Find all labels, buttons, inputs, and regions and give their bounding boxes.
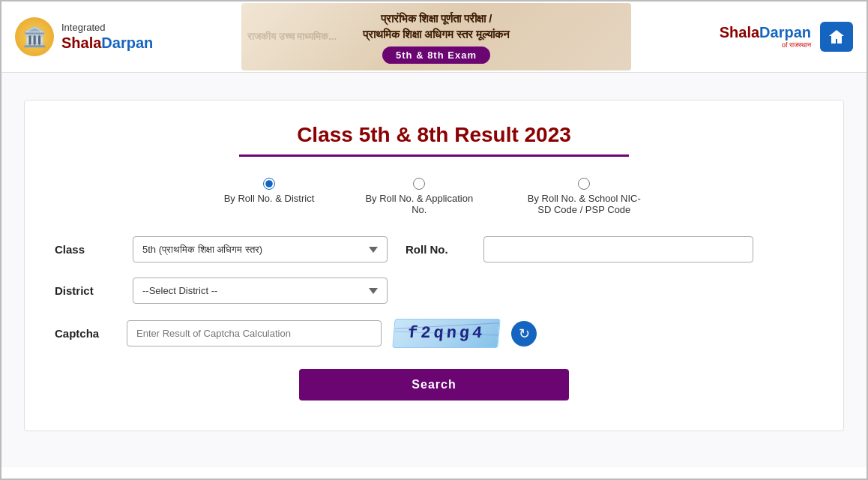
captcha-input[interactable] bbox=[127, 320, 382, 346]
page-wrapper: 🏛️ Integrated ShalaDarpan प्रारंभिक शिक्… bbox=[0, 0, 868, 480]
captcha-label: Captcha bbox=[55, 327, 115, 340]
rajasthan-badge: of राजस्थान bbox=[720, 41, 811, 50]
captcha-refresh-button[interactable]: ↻ bbox=[511, 321, 537, 346]
district-row: District --Select District -- Ajmer Alwa… bbox=[55, 278, 813, 304]
integrated-label: Integrated bbox=[61, 22, 153, 34]
captcha-text: f2qng4 bbox=[407, 324, 486, 343]
radio-option-3[interactable]: By Roll No. & School NIC-SD Code / PSP C… bbox=[524, 178, 644, 215]
class-select-wrap: 5th (प्राथमिक शिक्षा अधिगम स्तर) 8th (प्… bbox=[133, 236, 388, 262]
header-left: 🏛️ Integrated ShalaDarpan bbox=[1, 2, 166, 72]
banner-line1: प्रारंभिक शिक्षा पूर्णता परीक्षा / bbox=[363, 10, 510, 26]
search-button[interactable]: Search bbox=[299, 369, 569, 400]
captcha-input-wrap bbox=[127, 320, 382, 346]
shala-text: Shala bbox=[61, 34, 101, 51]
roll-no-label: Roll No. bbox=[406, 243, 465, 256]
radio-label-3: By Roll No. & School NIC-SD Code / PSP C… bbox=[524, 193, 644, 215]
radio-option-1[interactable]: By Roll No. & District bbox=[224, 178, 315, 204]
right-logo: ShalaDarpan of राजस्थान bbox=[720, 22, 853, 52]
radio-label-1: By Roll No. & District bbox=[224, 193, 315, 204]
right-shala: Shala bbox=[720, 24, 759, 40]
class-roll-row: Class 5th (प्राथमिक शिक्षा अधिगम स्तर) 8… bbox=[55, 236, 813, 262]
roll-no-input[interactable] bbox=[483, 236, 753, 262]
main-content: Class 5th & 8th Result 2023 By Roll No. … bbox=[24, 100, 844, 431]
banner-badge: 5th & 8th Exam bbox=[382, 46, 490, 64]
banner-content: प्रारंभिक शिक्षा पूर्णता परीक्षा / प्राथ… bbox=[363, 10, 510, 64]
radio-options: By Roll No. & District By Roll No. & App… bbox=[55, 178, 813, 215]
header-center: प्रारंभिक शिक्षा पूर्णता परीक्षा / प्राथ… bbox=[166, 2, 705, 72]
radio-option-2[interactable]: By Roll No. & Application No. bbox=[359, 178, 479, 215]
district-select[interactable]: --Select District -- Ajmer Alwar Banswar… bbox=[133, 278, 388, 304]
banner-line2: प्राथमिक शिक्षा अधिगम स्तर मूल्यांकन bbox=[363, 26, 510, 42]
right-shala-darpan: ShalaDarpan bbox=[720, 24, 811, 41]
title-underline bbox=[239, 154, 629, 157]
district-label: District bbox=[55, 284, 115, 297]
captcha-image: f2qng4 bbox=[392, 319, 501, 348]
right-darpan: Darpan bbox=[759, 24, 811, 40]
header: 🏛️ Integrated ShalaDarpan प्रारंभिक शिक्… bbox=[1, 2, 867, 73]
header-right: ShalaDarpan of राजस्थान bbox=[706, 2, 867, 72]
captcha-row: Captcha f2qng4 ↻ bbox=[55, 319, 813, 348]
radio-roll-nic[interactable] bbox=[578, 178, 590, 190]
home-icon bbox=[820, 22, 853, 52]
roll-no-wrap bbox=[483, 236, 753, 262]
right-logo-text: ShalaDarpan of राजस्थान bbox=[720, 24, 811, 50]
emblem-icon: 🏛️ bbox=[15, 17, 54, 56]
form-area: Class 5th (प्राथमिक शिक्षा अधिगम स्तर) 8… bbox=[55, 236, 813, 400]
radio-label-2: By Roll No. & Application No. bbox=[359, 193, 479, 215]
refresh-icon: ↻ bbox=[519, 326, 530, 342]
radio-roll-application[interactable] bbox=[413, 178, 425, 190]
district-select-wrap: --Select District -- Ajmer Alwar Banswar… bbox=[133, 278, 388, 304]
class-select[interactable]: 5th (प्राथमिक शिक्षा अधिगम स्तर) 8th (प्… bbox=[133, 236, 388, 262]
radio-roll-district[interactable] bbox=[263, 178, 275, 190]
logo-text: Integrated ShalaDarpan bbox=[61, 22, 153, 52]
search-btn-row: Search bbox=[55, 369, 813, 400]
page-title: Class 5th & 8th Result 2023 bbox=[55, 123, 813, 147]
shala-darpan-label: ShalaDarpan bbox=[61, 34, 153, 52]
darpan-text: Darpan bbox=[101, 34, 153, 51]
class-label: Class bbox=[55, 243, 115, 256]
